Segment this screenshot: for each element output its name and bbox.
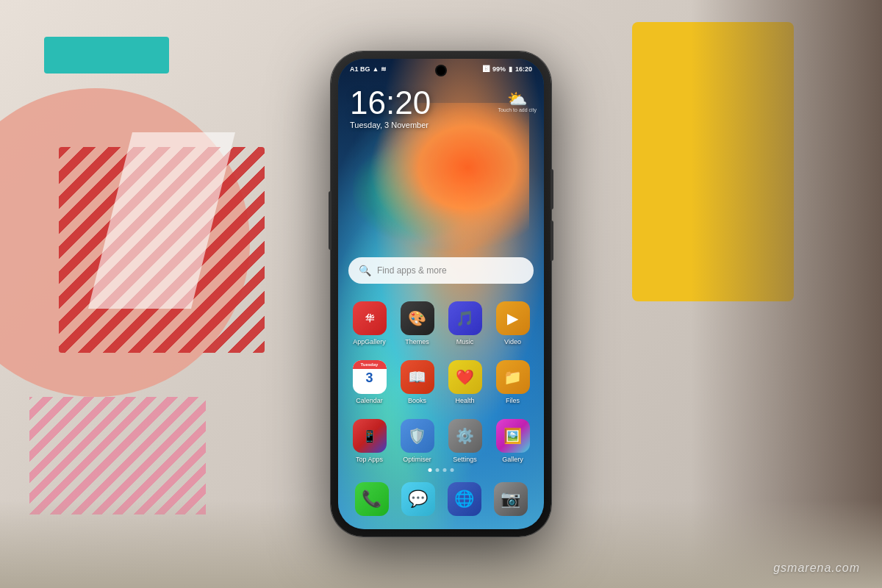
app-appgallery[interactable]: 华 AppGallery: [345, 294, 393, 353]
video-icon-glyph: ▶: [507, 309, 518, 327]
files-label: Files: [506, 397, 520, 404]
volume-down-button[interactable]: [551, 220, 553, 261]
calendar-day-number: 3: [365, 371, 373, 384]
settings-icon-glyph: ⚙️: [456, 427, 474, 445]
gallery-label: Gallery: [502, 456, 523, 463]
phone-screen: A1 BG ▲ ≋ 🅱 99% ▮ 16:20 16:20 Tuesday, 3…: [338, 59, 544, 529]
battery-percent: 99%: [492, 65, 506, 73]
optimiser-icon-glyph: 🛡️: [408, 427, 426, 445]
books-icon-glyph: 📖: [408, 368, 426, 386]
phone-container: A1 BG ▲ ≋ 🅱 99% ▮ 16:20 16:20 Tuesday, 3…: [331, 51, 551, 537]
dock-messages[interactable]: 💬: [401, 482, 435, 516]
carrier-text: A1 BG: [350, 65, 370, 73]
calendar-header: Tuesday: [353, 360, 387, 369]
topapps-label: Top Apps: [356, 456, 383, 463]
huawei-logo-text: 华: [365, 312, 374, 325]
health-icon-glyph: ❤️: [456, 368, 474, 386]
app-settings[interactable]: ⚙️ Settings: [441, 412, 489, 470]
appgallery-label: AppGallery: [353, 338, 386, 345]
power-button[interactable]: [551, 169, 553, 209]
health-icon: ❤️: [448, 360, 482, 394]
wifi-icon: ≋: [381, 65, 387, 73]
volume-up-button[interactable]: [329, 191, 331, 250]
app-topapps[interactable]: 📱 Top Apps: [345, 412, 393, 470]
topapps-icon: 📱: [353, 419, 387, 453]
phone-body: A1 BG ▲ ≋ 🅱 99% ▮ 16:20 16:20 Tuesday, 3…: [331, 51, 551, 537]
themes-icon-glyph: 🎨: [408, 309, 426, 327]
books-label: Books: [408, 397, 426, 404]
gallery-icon: 🖼️: [496, 419, 530, 453]
video-icon: ▶: [496, 301, 530, 335]
app-files[interactable]: 📁 Files: [489, 353, 537, 412]
app-themes[interactable]: 🎨 Themes: [393, 294, 441, 353]
dock: 📞 💬 🌐 📷: [348, 482, 534, 516]
bluetooth-icon: 🅱: [483, 65, 490, 73]
video-label: Video: [504, 338, 521, 345]
bg-teal-rect: [44, 37, 169, 74]
music-label: Music: [456, 338, 474, 345]
themes-label: Themes: [405, 338, 429, 345]
gallery-icon-glyph: 🖼️: [503, 427, 522, 445]
app-books[interactable]: 📖 Books: [393, 353, 441, 412]
status-right: 🅱 99% ▮ 16:20: [483, 65, 532, 73]
calendar-day-name: Tuesday: [361, 362, 379, 367]
appgallery-icon: 华: [353, 301, 387, 335]
optimiser-label: Optimiser: [403, 456, 431, 463]
files-icon-glyph: 📁: [503, 368, 522, 386]
app-grid: 华 AppGallery 🎨 Themes 🎵 Music: [345, 294, 537, 470]
clock-date: Tuesday, 3 November: [350, 121, 431, 129]
camera-dock-glyph: 📷: [501, 490, 520, 509]
page-dot-3[interactable]: [443, 468, 447, 472]
dock-phone[interactable]: 📞: [355, 482, 389, 516]
app-gallery[interactable]: 🖼️ Gallery: [489, 412, 537, 470]
watermark: gsmarena.com: [773, 562, 860, 575]
status-time: 16:20: [515, 65, 532, 73]
phone-dock-icon: 📞: [355, 482, 389, 516]
page-dot-4[interactable]: [451, 468, 454, 472]
themes-icon: 🎨: [401, 301, 434, 335]
books-icon: 📖: [401, 360, 434, 394]
messages-dock-glyph: 💬: [408, 490, 428, 509]
optimiser-icon: 🛡️: [401, 419, 434, 453]
music-icon: 🎵: [448, 301, 482, 335]
front-camera: [437, 66, 445, 75]
messages-dock-icon: 💬: [401, 482, 435, 516]
app-health[interactable]: ❤️ Health: [441, 353, 489, 412]
settings-icon: ⚙️: [448, 419, 482, 453]
browser-dock-glyph: 🌐: [454, 490, 474, 509]
topapps-icon-glyph: 📱: [362, 429, 377, 443]
status-left: A1 BG ▲ ≋: [350, 65, 387, 73]
music-icon-glyph: 🎵: [456, 309, 474, 327]
clock-time: 16:20: [350, 87, 431, 119]
app-music[interactable]: 🎵 Music: [441, 294, 489, 353]
phone-dock-glyph: 📞: [362, 490, 381, 509]
app-calendar[interactable]: Tuesday 3 Calendar: [345, 353, 393, 412]
page-dot-1[interactable]: [429, 468, 432, 472]
search-icon: 🔍: [359, 265, 371, 276]
bg-pink-stripes: [29, 397, 206, 514]
browser-dock-icon: 🌐: [448, 482, 481, 516]
battery-icon: ▮: [509, 65, 512, 73]
dock-camera[interactable]: 📷: [494, 482, 528, 516]
weather-icon: ⛅: [498, 91, 537, 107]
health-label: Health: [455, 397, 474, 404]
dock-browser[interactable]: 🌐: [448, 482, 481, 516]
camera-dock-icon: 📷: [494, 482, 528, 516]
page-dots: [429, 468, 454, 472]
signal-icon: ▲: [373, 65, 379, 73]
search-placeholder: Find apps & more: [377, 265, 447, 276]
calendar-icon: Tuesday 3: [353, 360, 387, 394]
weather-touch-text: Touch to add city: [498, 107, 537, 112]
calendar-label: Calendar: [356, 397, 383, 404]
search-bar[interactable]: 🔍 Find apps & more: [348, 257, 534, 284]
weather-widget[interactable]: ⛅ Touch to add city: [498, 91, 537, 112]
files-icon: 📁: [496, 360, 530, 394]
page-dot-2[interactable]: [436, 468, 440, 472]
clock-area: 16:20 Tuesday, 3 November: [350, 87, 431, 129]
app-video[interactable]: ▶ Video: [489, 294, 537, 353]
settings-label: Settings: [453, 456, 477, 463]
app-optimiser[interactable]: 🛡️ Optimiser: [393, 412, 441, 470]
